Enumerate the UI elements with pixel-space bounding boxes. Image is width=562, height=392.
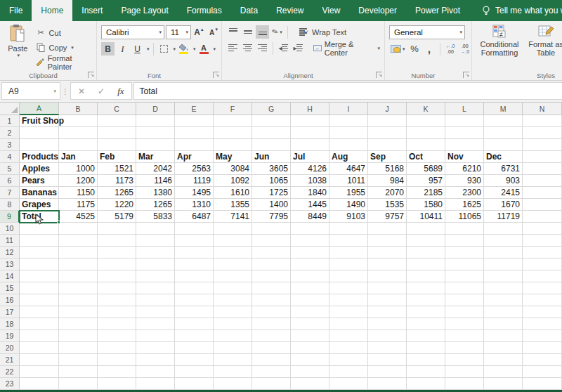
cell-J10[interactable] bbox=[368, 223, 407, 235]
cell-F2[interactable] bbox=[214, 127, 252, 139]
cell-N21[interactable] bbox=[523, 354, 562, 366]
column-header-D[interactable]: D bbox=[136, 103, 175, 115]
insert-function-button[interactable]: fx bbox=[117, 86, 124, 97]
cell-G16[interactable] bbox=[252, 294, 291, 306]
formula-input[interactable]: Total bbox=[133, 82, 562, 100]
cell-C7[interactable]: 1265 bbox=[98, 187, 136, 199]
cell-I21[interactable] bbox=[329, 354, 368, 366]
cell-H13[interactable] bbox=[291, 259, 329, 270]
cell-L18[interactable] bbox=[445, 318, 484, 330]
tab-file[interactable]: File bbox=[0, 0, 32, 21]
cell-D6[interactable]: 1146 bbox=[136, 175, 175, 187]
cell-H14[interactable] bbox=[291, 270, 329, 282]
cell-C13[interactable] bbox=[98, 259, 136, 270]
cell-L11[interactable] bbox=[445, 235, 484, 247]
cell-L4[interactable]: Nov bbox=[445, 151, 484, 163]
cell-J2[interactable] bbox=[368, 127, 407, 139]
cell-G2[interactable] bbox=[252, 127, 291, 139]
cell-M2[interactable] bbox=[484, 127, 523, 139]
cell-H1[interactable] bbox=[291, 115, 329, 127]
cell-D23[interactable] bbox=[136, 378, 175, 390]
cell-L12[interactable] bbox=[445, 247, 484, 259]
cell-E23[interactable] bbox=[175, 378, 214, 390]
row-header-14[interactable]: 14 bbox=[0, 270, 20, 282]
borders-dropdown-icon[interactable]: ▾ bbox=[174, 46, 176, 52]
column-header-G[interactable]: G bbox=[252, 103, 291, 115]
cell-H2[interactable] bbox=[291, 127, 329, 139]
cell-G6[interactable]: 1065 bbox=[252, 175, 291, 187]
cell-J5[interactable]: 5168 bbox=[368, 163, 407, 175]
format-painter-button[interactable]: Format Painter bbox=[36, 55, 92, 69]
cell-B7[interactable]: 1150 bbox=[59, 187, 98, 199]
cell-F17[interactable] bbox=[214, 306, 252, 318]
cell-M6[interactable]: 903 bbox=[484, 175, 523, 187]
row-header-19[interactable]: 19 bbox=[0, 330, 20, 342]
cell-H3[interactable] bbox=[291, 139, 329, 151]
cell-D2[interactable] bbox=[136, 127, 175, 139]
cell-N22[interactable] bbox=[523, 366, 562, 378]
italic-button[interactable]: I bbox=[116, 42, 129, 55]
cell-K20[interactable] bbox=[407, 342, 445, 354]
row-header-3[interactable]: 3 bbox=[0, 139, 20, 151]
cell-I17[interactable] bbox=[329, 306, 368, 318]
cell-G1[interactable] bbox=[252, 115, 291, 127]
cell-F3[interactable] bbox=[214, 139, 252, 151]
increase-font-size-button[interactable]: A▲ bbox=[192, 26, 206, 39]
cell-J18[interactable] bbox=[368, 318, 407, 330]
cell-E7[interactable]: 1495 bbox=[175, 187, 214, 199]
cell-K12[interactable] bbox=[407, 247, 445, 259]
cell-G20[interactable] bbox=[252, 342, 291, 354]
column-header-C[interactable]: C bbox=[98, 103, 136, 115]
cell-J9[interactable]: 9757 bbox=[368, 211, 407, 223]
cell-G13[interactable] bbox=[252, 259, 291, 270]
cell-M3[interactable] bbox=[484, 139, 523, 151]
cell-F16[interactable] bbox=[214, 294, 252, 306]
cell-D18[interactable] bbox=[136, 318, 175, 330]
cell-A8[interactable]: Grapes bbox=[20, 199, 59, 211]
cell-E14[interactable] bbox=[175, 270, 214, 282]
font-color-button[interactable]: A bbox=[197, 42, 211, 55]
cell-I14[interactable] bbox=[329, 270, 368, 282]
cell-A15[interactable] bbox=[20, 282, 59, 294]
font-dialog-launcher[interactable]: ↘ bbox=[213, 72, 219, 78]
decrease-indent-button[interactable]: ◀ bbox=[277, 41, 290, 55]
cell-B16[interactable] bbox=[59, 294, 98, 306]
accounting-format-button[interactable]: ▾ bbox=[389, 42, 407, 55]
cell-B18[interactable] bbox=[59, 318, 98, 330]
row-header-21[interactable]: 21 bbox=[0, 354, 20, 366]
row-header-4[interactable]: 4 bbox=[0, 151, 20, 163]
cell-G23[interactable] bbox=[252, 378, 291, 390]
cell-I16[interactable] bbox=[329, 294, 368, 306]
cell-F9[interactable]: 7141 bbox=[214, 211, 252, 223]
column-header-L[interactable]: L bbox=[445, 103, 484, 115]
cell-E5[interactable]: 2563 bbox=[175, 163, 214, 175]
cell-F21[interactable] bbox=[214, 354, 252, 366]
wrap-text-button[interactable]: ↩ Wrap Text bbox=[299, 25, 346, 39]
cell-B22[interactable] bbox=[59, 366, 98, 378]
cell-C19[interactable] bbox=[98, 330, 136, 342]
cell-B1[interactable] bbox=[59, 115, 98, 127]
cell-C21[interactable] bbox=[98, 354, 136, 366]
cell-F22[interactable] bbox=[214, 366, 252, 378]
cell-E1[interactable] bbox=[175, 115, 214, 127]
cell-F4[interactable]: May bbox=[214, 151, 252, 163]
cell-I23[interactable] bbox=[329, 378, 368, 390]
paste-button[interactable]: Paste ▾ bbox=[4, 24, 32, 58]
row-header-18[interactable]: 18 bbox=[0, 318, 20, 330]
cell-N20[interactable] bbox=[523, 342, 562, 354]
cell-I2[interactable] bbox=[329, 127, 368, 139]
cell-B14[interactable] bbox=[59, 270, 98, 282]
cell-L8[interactable]: 1625 bbox=[445, 199, 484, 211]
cell-F5[interactable]: 3084 bbox=[214, 163, 252, 175]
column-header-B[interactable]: B bbox=[59, 103, 98, 115]
cell-N19[interactable] bbox=[523, 330, 562, 342]
cell-E8[interactable]: 1310 bbox=[175, 199, 214, 211]
cell-F7[interactable]: 1610 bbox=[214, 187, 252, 199]
column-header-A[interactable]: A bbox=[20, 103, 59, 115]
bold-button[interactable]: B bbox=[101, 42, 115, 55]
cell-I19[interactable] bbox=[329, 330, 368, 342]
cell-D20[interactable] bbox=[136, 342, 175, 354]
cell-C5[interactable]: 1521 bbox=[98, 163, 136, 175]
cell-C10[interactable] bbox=[98, 223, 136, 235]
cell-D14[interactable] bbox=[136, 270, 175, 282]
